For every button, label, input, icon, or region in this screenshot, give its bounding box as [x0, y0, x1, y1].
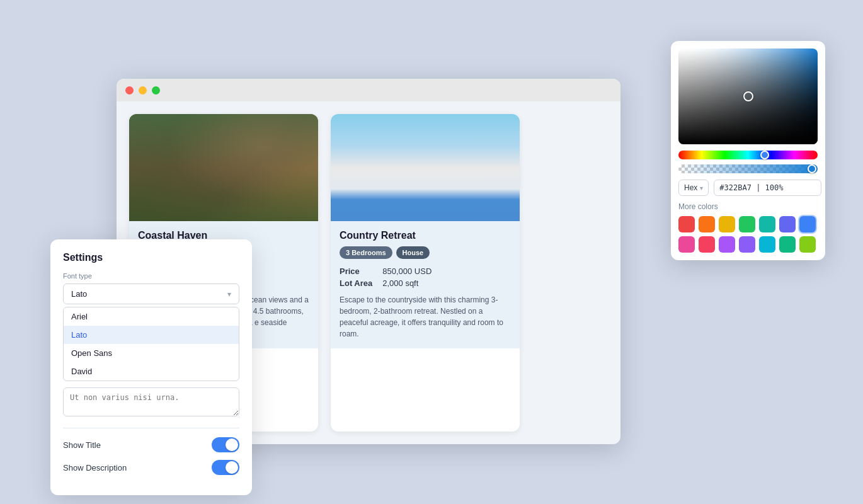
color-inputs-row: Hex ▾ — [678, 180, 818, 196]
show-title-label: Show Title — [63, 440, 101, 450]
font-option-lato[interactable]: Lato — [64, 326, 239, 344]
area-label-2: Lot Area — [340, 278, 372, 288]
show-description-toggle[interactable] — [212, 460, 239, 475]
font-option-david[interactable]: David — [64, 362, 239, 381]
color-gradient-box[interactable] — [678, 49, 818, 144]
swatch-blue[interactable] — [799, 216, 816, 232]
swatch-green[interactable] — [739, 216, 755, 232]
card-image-1 — [129, 114, 318, 221]
color-format-select[interactable]: Hex ▾ — [678, 180, 709, 196]
color-hex-input[interactable] — [714, 180, 821, 196]
swatch-indigo[interactable] — [779, 216, 796, 232]
swatch-row-1 — [678, 216, 818, 232]
more-colors-label: More colors — [678, 202, 818, 211]
card-details-2: Price 850,000 USD Lot Area 2,000 sqft — [340, 266, 511, 288]
swatch-purple[interactable] — [719, 236, 735, 253]
settings-title: Settings — [63, 252, 239, 263]
settings-panel: Settings Font type Lato ▾ Ariel Lato Ope… — [50, 239, 252, 495]
font-dropdown: Ariel Lato Open Sans David — [63, 307, 239, 381]
card-desc-2: Escape to the countryside with this char… — [340, 294, 511, 340]
show-title-toggle[interactable] — [212, 437, 239, 452]
divider — [63, 428, 239, 428]
show-description-label: Show Description — [63, 463, 127, 472]
color-cursor — [743, 91, 753, 101]
color-swatches — [678, 216, 818, 253]
show-title-row: Show Title — [63, 437, 239, 452]
card-body-2: Country Retreat 3 Bedrooms House Price 8… — [331, 221, 520, 348]
font-select-display[interactable]: Lato ▾ — [63, 284, 239, 304]
chevron-down-icon: ▾ — [227, 290, 231, 299]
alpha-slider[interactable] — [678, 164, 818, 173]
swatch-red[interactable] — [678, 216, 695, 232]
price-label-2: Price — [340, 266, 372, 276]
property-card-2: Country Retreat 3 Bedrooms House Price 8… — [331, 114, 520, 432]
alpha-thumb — [808, 164, 816, 173]
swatch-violet[interactable] — [739, 236, 755, 253]
area-value-2: 2,000 sqft — [382, 278, 511, 288]
color-picker-panel: Hex ▾ More colors — [671, 41, 825, 260]
swatch-teal[interactable] — [759, 216, 775, 232]
card-image-2 — [331, 114, 520, 221]
swatch-yellow[interactable] — [719, 216, 735, 232]
hue-thumb — [760, 151, 769, 159]
window-titlebar — [117, 79, 620, 101]
tag-house: House — [396, 246, 430, 259]
chevron-down-icon-format: ▾ — [700, 185, 703, 192]
swatch-lime[interactable] — [799, 236, 816, 253]
traffic-minimize[interactable] — [139, 86, 147, 94]
hue-slider[interactable] — [678, 151, 818, 159]
font-textarea[interactable] — [63, 387, 239, 416]
swatch-cyan[interactable] — [759, 236, 775, 253]
font-option-opensans[interactable]: Open Sans — [64, 344, 239, 362]
selected-font-label: Lato — [71, 289, 87, 299]
card-tags-2: 3 Bedrooms House — [340, 246, 511, 259]
swatch-row-2 — [678, 236, 818, 253]
swatch-emerald[interactable] — [779, 236, 796, 253]
tag-bedrooms-2: 3 Bedrooms — [340, 246, 392, 259]
font-type-label: Font type — [63, 272, 239, 280]
traffic-close[interactable] — [125, 86, 134, 94]
font-select-wrapper: Lato ▾ — [63, 284, 239, 304]
color-format-label: Hex — [684, 183, 697, 192]
swatch-rose[interactable] — [699, 236, 715, 253]
price-value-2: 850,000 USD — [382, 266, 511, 276]
swatch-pink[interactable] — [678, 236, 695, 253]
show-description-row: Show Description — [63, 460, 239, 475]
font-option-ariel[interactable]: Ariel — [64, 307, 239, 326]
swatch-orange[interactable] — [699, 216, 715, 232]
traffic-maximize[interactable] — [152, 86, 160, 94]
card-title-2: Country Retreat — [340, 230, 511, 241]
